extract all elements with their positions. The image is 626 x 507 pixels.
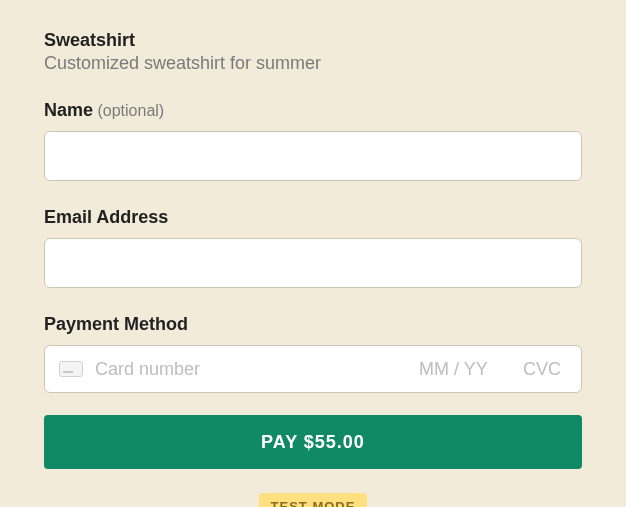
payment-label: Payment Method: [44, 314, 188, 334]
name-field: Name (optional): [44, 100, 582, 181]
email-field: Email Address: [44, 207, 582, 288]
payment-field: Payment Method: [44, 314, 582, 393]
name-label: Name: [44, 100, 93, 120]
product-title: Sweatshirt: [44, 30, 582, 51]
email-input[interactable]: [44, 238, 582, 288]
card-input-row[interactable]: [44, 345, 582, 393]
card-number-input[interactable]: [95, 359, 407, 380]
card-icon: [59, 361, 83, 377]
name-hint: (optional): [97, 102, 164, 119]
email-label: Email Address: [44, 207, 168, 227]
product-description: Customized sweatshirt for summer: [44, 53, 582, 74]
test-mode-wrap: TEST MODE: [44, 493, 582, 507]
checkout-form: Sweatshirt Customized sweatshirt for sum…: [44, 30, 582, 507]
pay-button[interactable]: PAY $55.00: [44, 415, 582, 469]
name-input[interactable]: [44, 131, 582, 181]
card-expiry-input[interactable]: [419, 359, 511, 380]
card-cvc-input[interactable]: [523, 359, 567, 380]
test-mode-badge: TEST MODE: [259, 493, 368, 507]
